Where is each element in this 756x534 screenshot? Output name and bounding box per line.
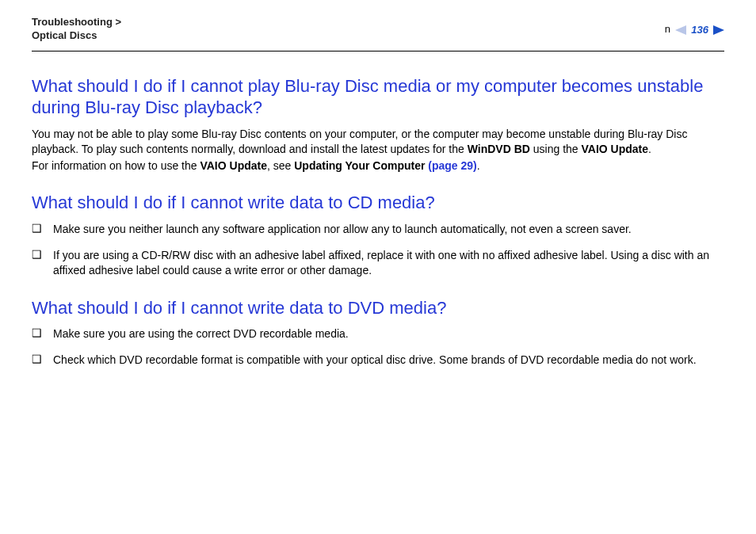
list-item-text: Make sure you neither launch any softwar… bbox=[53, 222, 724, 237]
breadcrumb-line2: Optical Discs bbox=[32, 29, 97, 41]
page-header: Troubleshooting > Optical Discs n 136 bbox=[32, 16, 724, 48]
page-number: 136 bbox=[691, 24, 708, 36]
breadcrumb-line1: Troubleshooting > bbox=[32, 16, 121, 28]
list-item-text: Make sure you are using the correct DVD … bbox=[53, 326, 724, 341]
dvd-list: ❑ Make sure you are using the correct DV… bbox=[32, 326, 724, 368]
bullet-icon: ❑ bbox=[32, 327, 42, 339]
document-page: Troubleshooting > Optical Discs n 136 Wh… bbox=[0, 0, 756, 368]
n-label: n bbox=[664, 24, 670, 36]
section-heading-cd: What should I do if I cannot write data … bbox=[32, 192, 724, 214]
list-item: ❑ Check which DVD recordable format is c… bbox=[32, 353, 724, 368]
list-item: ❑ Make sure you neither launch any softw… bbox=[32, 222, 724, 237]
bullet-icon: ❑ bbox=[32, 249, 42, 261]
section1-paragraph1: You may not be able to play some Blu-ray… bbox=[32, 127, 724, 157]
header-divider bbox=[32, 51, 724, 51]
bullet-icon: ❑ bbox=[32, 223, 42, 235]
cd-list: ❑ Make sure you neither launch any softw… bbox=[32, 222, 724, 278]
section-heading-bluray: What should I do if I cannot play Blu-ra… bbox=[32, 75, 724, 119]
section1-paragraph2: For information on how to use the VAIO U… bbox=[32, 158, 724, 174]
breadcrumb: Troubleshooting > Optical Discs bbox=[32, 16, 121, 43]
pager: n 136 bbox=[664, 24, 724, 36]
list-item-text: Check which DVD recordable format is com… bbox=[53, 353, 724, 368]
list-item-text: If you are using a CD-R/RW disc with an … bbox=[53, 248, 724, 278]
bullet-icon: ❑ bbox=[32, 353, 42, 365]
next-page-icon[interactable] bbox=[713, 25, 724, 35]
list-item: ❑ If you are using a CD-R/RW disc with a… bbox=[32, 248, 724, 278]
prev-page-icon[interactable] bbox=[675, 25, 686, 35]
list-item: ❑ Make sure you are using the correct DV… bbox=[32, 326, 724, 341]
page-29-link[interactable]: (page 29) bbox=[425, 159, 476, 172]
section-heading-dvd: What should I do if I cannot write data … bbox=[32, 297, 724, 319]
